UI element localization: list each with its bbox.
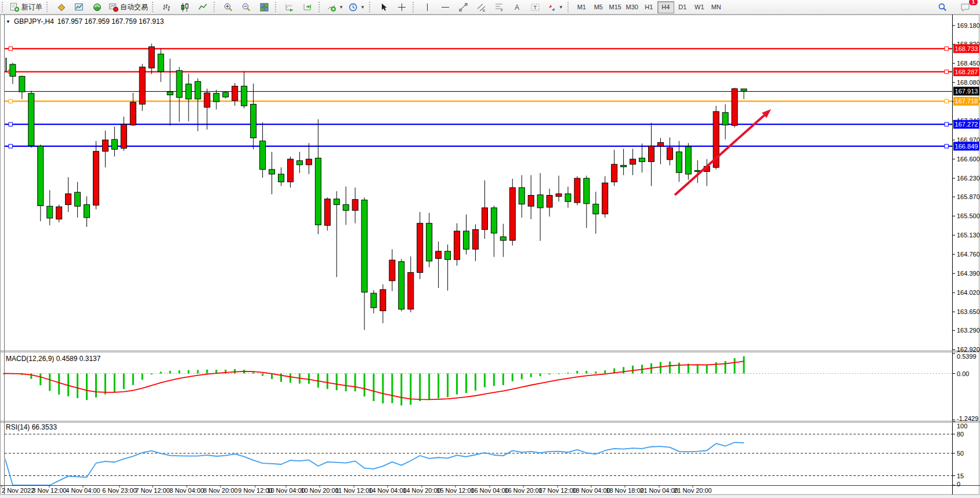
timeframe-m15[interactable]: M15 — [607, 1, 624, 13]
equidistant-channel-tool[interactable]: E — [472, 1, 490, 14]
tile-windows-icon — [259, 2, 269, 12]
text-tool[interactable]: A — [508, 1, 526, 14]
signal-icon — [92, 2, 102, 12]
chat-badge: 1 — [969, 0, 978, 5]
candle-body — [241, 86, 247, 106]
toolbar-handle — [214, 2, 217, 12]
dropdown-arrow-icon: ▼ — [559, 5, 563, 10]
timeframe-w1[interactable]: W1 — [691, 1, 708, 13]
fibonacci-tool[interactable]: F — [490, 1, 508, 14]
profiles-button[interactable] — [70, 1, 88, 14]
timeframe-m30[interactable]: M30 — [624, 1, 641, 13]
time-tick-label: 4 Nov 04:00 — [66, 487, 100, 494]
timeframe-group: M1M5M15M30H1H4D1W1MN — [573, 1, 725, 13]
candle-body — [593, 204, 599, 214]
svg-text:168.733: 168.733 — [955, 45, 978, 52]
time-tick-label: 16 Nov 20:00 — [504, 487, 542, 494]
line-handle[interactable] — [945, 145, 948, 148]
search-button[interactable] — [934, 1, 952, 14]
time-tick-label: 21 Nov 20:00 — [674, 487, 711, 494]
candle-body — [371, 293, 377, 308]
svg-text:167.718: 167.718 — [955, 98, 978, 104]
crosshair-button[interactable] — [393, 1, 411, 14]
candle-body — [630, 159, 636, 164]
chart-canvas[interactable]: 169.180168.820168.450168.080167.710167.3… — [0, 15, 980, 495]
zoom-out-button[interactable] — [237, 1, 255, 14]
indicators-button[interactable]: ▼ — [324, 1, 346, 14]
chart-shift-button[interactable] — [299, 1, 317, 14]
new-order-button[interactable]: 新订单 — [8, 1, 45, 14]
svg-text:E: E — [483, 9, 485, 12]
time-tick-label: 14 Nov 04:00 — [368, 487, 406, 494]
auto-scroll-icon — [285, 2, 295, 12]
timeframe-m5[interactable]: M5 — [590, 1, 607, 13]
zoom-in-button[interactable] — [219, 1, 237, 14]
line-handle[interactable] — [945, 99, 948, 103]
chart-window: 169.180168.820168.450168.080167.710167.3… — [0, 15, 980, 495]
text-label-icon: T — [530, 2, 540, 12]
dropdown-arrow-icon: ▼ — [360, 5, 365, 10]
candle-body — [556, 194, 562, 196]
candle-body — [334, 199, 339, 205]
line-handle[interactable] — [9, 122, 12, 126]
timeframe-h1[interactable]: H1 — [641, 1, 657, 13]
time-tick-label: 7 Nov 12:00 — [135, 487, 169, 494]
line-handle[interactable] — [9, 99, 12, 103]
line-handle[interactable] — [945, 47, 948, 50]
macd-tick-label: 0.00 — [957, 370, 969, 377]
candle-body — [657, 143, 663, 146]
rsi-tick-label: 100 — [957, 423, 967, 430]
periods-button[interactable]: ▼ — [346, 1, 367, 14]
toolbar-handle — [46, 2, 50, 12]
candle-body — [639, 158, 645, 161]
chat-button[interactable]: 1 — [956, 1, 974, 14]
vertical-line-tool[interactable] — [418, 1, 436, 14]
timeframe-m1[interactable]: M1 — [573, 1, 590, 13]
toolbar-handle — [567, 2, 571, 12]
candlestick-chart-button[interactable] — [176, 1, 194, 14]
candle-body — [214, 93, 219, 102]
tile-windows-button[interactable] — [255, 1, 273, 14]
timeframe-mn[interactable]: MN — [708, 1, 725, 13]
line-chart-icon — [198, 2, 208, 12]
candle-body — [732, 89, 737, 125]
time-tick-label: 8 Nov 20:00 — [203, 487, 237, 494]
line-handle[interactable] — [945, 70, 948, 73]
candle-body — [445, 251, 451, 259]
candle-body — [685, 147, 691, 174]
toolbar-handle — [413, 2, 416, 12]
autotrading-button[interactable]: 自动交易 — [106, 1, 150, 14]
new-chart-button[interactable] — [52, 1, 70, 14]
timeframe-d1[interactable]: D1 — [674, 1, 691, 13]
toolbar-handle[interactable] — [2, 2, 5, 12]
price-tick-label: 164.760 — [957, 251, 980, 258]
price-tick-label: 164.390 — [957, 270, 980, 277]
bar-chart-button[interactable] — [158, 1, 176, 14]
line-handle[interactable] — [945, 122, 948, 126]
trendline-tool[interactable] — [454, 1, 472, 14]
candle-body — [84, 205, 90, 218]
line-chart-button[interactable] — [194, 1, 212, 14]
price-tick-label: 165.130 — [957, 232, 980, 239]
candle-body — [649, 146, 654, 162]
candle-body — [417, 223, 423, 273]
price-tick-label: 165.500 — [957, 212, 980, 219]
arrows-tool[interactable]: ▼ — [544, 1, 566, 14]
zoom-out-icon — [241, 2, 251, 12]
auto-scroll-button[interactable] — [281, 1, 299, 14]
candle-body — [352, 200, 358, 211]
cursor-button[interactable] — [375, 1, 393, 14]
market-watch-button[interactable] — [88, 1, 106, 14]
candle-body — [324, 199, 330, 225]
horizontal-line-tool[interactable] — [436, 1, 454, 14]
candle-body — [426, 223, 432, 261]
candle-body — [436, 251, 442, 258]
text-label-tool[interactable]: T — [526, 1, 544, 14]
candle-body — [38, 146, 44, 206]
line-handle[interactable] — [9, 47, 12, 50]
line-handle[interactable] — [9, 145, 12, 148]
timeframe-h4[interactable]: H4 — [657, 1, 674, 13]
candle-body — [269, 169, 275, 174]
candle-body — [260, 141, 266, 169]
candle-body — [547, 196, 552, 208]
